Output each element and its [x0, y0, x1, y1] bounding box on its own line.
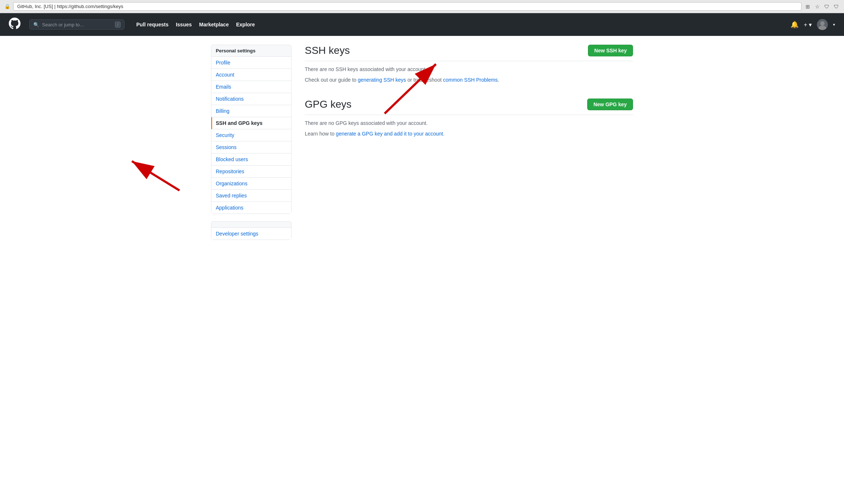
github-logo[interactable]	[9, 18, 21, 32]
new-ssh-key-button[interactable]: New SSH key	[588, 45, 633, 56]
issues-link[interactable]: Issues	[176, 22, 192, 27]
sidebar-nav: Profile Account Emails Notifications Bil…	[211, 57, 292, 214]
notifications-link[interactable]: Notifications	[211, 93, 291, 105]
security-link[interactable]: Security	[211, 129, 291, 141]
browser-chrome: 🔒 GitHub, Inc. [US] | https://github.com…	[0, 0, 844, 13]
gpg-empty-text: There are no GPG keys associated with yo…	[305, 119, 633, 127]
gpg-section-title: GPG keys	[305, 99, 352, 110]
ssh-section-header: SSH keys New SSH key	[305, 45, 633, 61]
developer-settings-link[interactable]: Developer settings	[211, 228, 291, 240]
ssh-gpg-link[interactable]: SSH and GPG keys	[211, 117, 291, 129]
ssh-guide-middle: or troubleshoot	[406, 77, 443, 83]
ssh-guide-text: Check out our guide to generating SSH ke…	[305, 76, 633, 84]
account-link[interactable]: Account	[211, 69, 291, 81]
search-bar[interactable]: 🔍 Search or jump to... /	[29, 19, 125, 30]
github-navbar: 🔍 Search or jump to... / Pull requests I…	[0, 13, 844, 36]
search-shortcut: /	[115, 22, 121, 27]
svg-point-0	[820, 21, 825, 26]
new-gpg-key-button[interactable]: New GPG key	[587, 99, 633, 110]
notifications-bell-icon[interactable]: 🔔	[791, 21, 799, 29]
new-menu-button[interactable]: + ▾	[804, 21, 812, 28]
common-ssh-problems-link[interactable]: common SSH Problems	[443, 77, 497, 83]
marketplace-link[interactable]: Marketplace	[199, 22, 229, 27]
sidebar-nav-2: Developer settings	[211, 228, 292, 240]
avatar[interactable]	[817, 19, 828, 30]
saved-replies-link[interactable]: Saved replies	[211, 190, 291, 202]
applications-link[interactable]: Applications	[211, 202, 291, 214]
gpg-section: GPG keys New GPG key There are no GPG ke…	[305, 99, 633, 138]
ssh-section-title: SSH keys	[305, 45, 350, 56]
lock-icon: 🔒	[4, 4, 10, 9]
billing-link[interactable]: Billing	[211, 105, 291, 117]
nav-right: 🔔 + ▾ ▾	[791, 19, 835, 30]
generate-gpg-key-link[interactable]: generate a GPG key and add it to your ac…	[336, 131, 443, 137]
extension-icon-1[interactable]: 🛡	[823, 3, 830, 10]
url-text: GitHub, Inc. [US] | https://github.com/s…	[17, 4, 123, 9]
gpg-guide-prefix: Learn how to	[305, 131, 336, 137]
gpg-guide-suffix: .	[443, 131, 444, 137]
gpg-guide-text: Learn how to generate a GPG key and add …	[305, 130, 633, 138]
nav-links: Pull requests Issues Marketplace Explore	[136, 22, 255, 27]
sidebar-section-title: Personal settings	[211, 45, 292, 57]
page-content: Personal settings Profile Account Emails…	[202, 36, 642, 249]
profile-link[interactable]: Profile	[211, 57, 291, 69]
repositories-link[interactable]: Repositories	[211, 166, 291, 178]
search-icon: 🔍	[33, 22, 39, 27]
ssh-empty-text: There are no SSH keys associated with yo…	[305, 66, 633, 73]
url-bar[interactable]: GitHub, Inc. [US] | https://github.com/s…	[13, 2, 802, 11]
search-placeholder: Search or jump to...	[42, 22, 84, 27]
explore-link[interactable]: Explore	[236, 22, 255, 27]
blocked-users-link[interactable]: Blocked users	[211, 153, 291, 166]
page-wrapper: Personal settings Profile Account Emails…	[0, 36, 844, 504]
organizations-link[interactable]: Organizations	[211, 178, 291, 190]
bookmark-icon[interactable]: ☆	[814, 3, 821, 10]
avatar-dropdown-icon[interactable]: ▾	[833, 22, 835, 27]
sidebar-section-2: Developer settings	[211, 221, 292, 240]
generating-ssh-keys-link[interactable]: generating SSH keys	[358, 77, 406, 83]
sessions-link[interactable]: Sessions	[211, 141, 291, 153]
svg-point-1	[818, 26, 826, 30]
gpg-section-header: GPG keys New GPG key	[305, 99, 633, 115]
emails-link[interactable]: Emails	[211, 81, 291, 93]
pull-requests-link[interactable]: Pull requests	[136, 22, 169, 27]
ssh-guide-prefix: Check out our guide to	[305, 77, 358, 83]
extension-icon-2[interactable]: 🛡	[833, 3, 840, 10]
sidebar: Personal settings Profile Account Emails…	[211, 45, 292, 240]
sidebar-section2-title	[211, 221, 292, 228]
translate-icon[interactable]: ⊞	[804, 3, 811, 10]
ssh-guide-suffix: .	[498, 77, 499, 83]
browser-actions: ⊞ ☆ 🛡 🛡	[804, 3, 840, 10]
ssh-section: SSH keys New SSH key There are no SSH ke…	[305, 45, 633, 84]
main-content: SSH keys New SSH key There are no SSH ke…	[305, 45, 633, 240]
